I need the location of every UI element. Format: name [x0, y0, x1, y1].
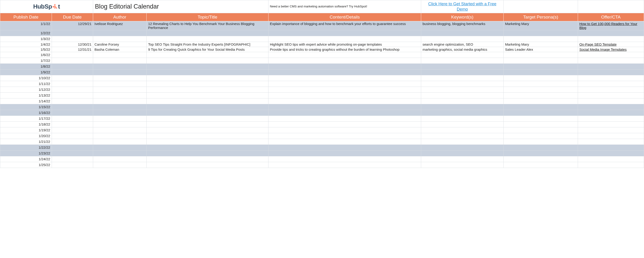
- cell-content[interactable]: [268, 93, 421, 98]
- cell-topic[interactable]: [147, 145, 268, 150]
- cell-author[interactable]: [93, 98, 147, 104]
- cell-persona[interactable]: [504, 93, 578, 98]
- cell-due[interactable]: [52, 52, 93, 58]
- cell-due[interactable]: [52, 104, 93, 110]
- table-row[interactable]: 1/23/22: [0, 150, 644, 156]
- cell-keywords[interactable]: [421, 104, 504, 110]
- table-row[interactable]: 1/22/22: [0, 145, 644, 150]
- cell-cta[interactable]: [578, 156, 644, 162]
- cell-due[interactable]: [52, 128, 93, 133]
- cell-topic[interactable]: 9 Tips for Creating Quick Graphics for Y…: [147, 47, 268, 52]
- table-row[interactable]: 1/14/22: [0, 98, 644, 104]
- table-row[interactable]: 1/2/22: [0, 30, 644, 36]
- cell-persona[interactable]: [504, 116, 578, 122]
- cell-content[interactable]: [268, 58, 421, 64]
- cell-author[interactable]: [93, 93, 147, 98]
- cell-persona[interactable]: [504, 58, 578, 64]
- table-row[interactable]: 1/16/22: [0, 110, 644, 116]
- cell-topic[interactable]: [147, 58, 268, 64]
- cell-due[interactable]: [52, 70, 93, 75]
- table-row[interactable]: 1/8/22: [0, 64, 644, 70]
- table-row[interactable]: 1/11/22: [0, 81, 644, 87]
- cell-content[interactable]: [268, 110, 421, 116]
- cell-due[interactable]: [52, 162, 93, 168]
- cell-cta[interactable]: [578, 98, 644, 104]
- cell-topic[interactable]: [147, 139, 268, 145]
- cell-due[interactable]: [52, 156, 93, 162]
- table-row[interactable]: 1/15/22: [0, 104, 644, 110]
- cell-topic[interactable]: Top SEO Tips Straight From the Industry …: [147, 42, 268, 47]
- cell-publish[interactable]: 1/25/22: [0, 162, 52, 168]
- cell-topic[interactable]: [147, 162, 268, 168]
- cell-keywords[interactable]: [421, 116, 504, 122]
- cell-author[interactable]: [93, 145, 147, 150]
- cell-content[interactable]: [268, 104, 421, 110]
- cell-author[interactable]: [93, 58, 147, 64]
- cell-keywords[interactable]: [421, 36, 504, 42]
- cell-keywords[interactable]: [421, 162, 504, 168]
- cell-persona[interactable]: [504, 52, 578, 58]
- cell-author[interactable]: [93, 116, 147, 122]
- cell-topic[interactable]: [147, 30, 268, 36]
- cell-content[interactable]: [268, 116, 421, 122]
- cell-cta[interactable]: [578, 110, 644, 116]
- cell-content[interactable]: [268, 139, 421, 145]
- cell-content[interactable]: [268, 133, 421, 139]
- cell-persona[interactable]: [504, 75, 578, 81]
- cell-persona[interactable]: [504, 104, 578, 110]
- table-row[interactable]: 1/25/22: [0, 162, 644, 168]
- cell-topic[interactable]: [147, 150, 268, 156]
- cell-keywords[interactable]: [421, 133, 504, 139]
- cell-publish[interactable]: 1/10/22: [0, 75, 52, 81]
- cell-keywords[interactable]: [421, 110, 504, 116]
- cell-author[interactable]: [93, 133, 147, 139]
- cell-cta[interactable]: [578, 70, 644, 75]
- cell-cta[interactable]: [578, 122, 644, 128]
- cell-cta[interactable]: [578, 116, 644, 122]
- cell-author[interactable]: [93, 150, 147, 156]
- cell-content[interactable]: [268, 162, 421, 168]
- cell-due[interactable]: [52, 64, 93, 70]
- cell-author[interactable]: [93, 156, 147, 162]
- cell-due[interactable]: [52, 30, 93, 36]
- cell-cta[interactable]: [578, 30, 644, 36]
- cell-persona[interactable]: [504, 81, 578, 87]
- cell-keywords[interactable]: [421, 156, 504, 162]
- cell-content[interactable]: Provide tips and tricks to creating grap…: [268, 47, 421, 52]
- cell-content[interactable]: Highlight SEO tips with expert advice wh…: [268, 42, 421, 47]
- cell-publish[interactable]: 1/22/22: [0, 145, 52, 150]
- cell-author[interactable]: Caroline Forsey: [93, 42, 147, 47]
- cell-cta[interactable]: [578, 87, 644, 93]
- cell-content[interactable]: [268, 81, 421, 87]
- cell-publish[interactable]: 1/8/22: [0, 64, 52, 70]
- cell-author[interactable]: [93, 104, 147, 110]
- cell-cta[interactable]: Social Media Image Templates: [578, 47, 644, 52]
- cell-author[interactable]: [93, 52, 147, 58]
- cell-content[interactable]: [268, 87, 421, 93]
- cell-author[interactable]: [93, 110, 147, 116]
- cell-publish[interactable]: 1/19/22: [0, 128, 52, 133]
- cell-author[interactable]: Basha Coleman: [93, 47, 147, 52]
- cell-keywords[interactable]: [421, 30, 504, 36]
- cell-content[interactable]: [268, 122, 421, 128]
- cell-keywords[interactable]: [421, 128, 504, 133]
- cell-cta[interactable]: [578, 75, 644, 81]
- table-row[interactable]: 1/21/22: [0, 139, 644, 145]
- cell-cta[interactable]: [578, 52, 644, 58]
- cell-cta[interactable]: [578, 36, 644, 42]
- cell-due[interactable]: [52, 150, 93, 156]
- cell-cta[interactable]: [578, 81, 644, 87]
- cell-publish[interactable]: 1/6/22: [0, 52, 52, 58]
- cell-keywords[interactable]: [421, 64, 504, 70]
- table-row[interactable]: 1/7/22: [0, 58, 644, 64]
- table-row[interactable]: 1/6/22: [0, 52, 644, 58]
- cell-due[interactable]: 12/31/21: [52, 47, 93, 52]
- cell-keywords[interactable]: [421, 145, 504, 150]
- table-row[interactable]: 1/17/22: [0, 116, 644, 122]
- cell-publish[interactable]: 1/24/22: [0, 156, 52, 162]
- table-row[interactable]: 1/24/22: [0, 156, 644, 162]
- cell-persona[interactable]: [504, 156, 578, 162]
- cell-cta[interactable]: [578, 139, 644, 145]
- cell-due[interactable]: [52, 139, 93, 145]
- cell-keywords[interactable]: [421, 81, 504, 87]
